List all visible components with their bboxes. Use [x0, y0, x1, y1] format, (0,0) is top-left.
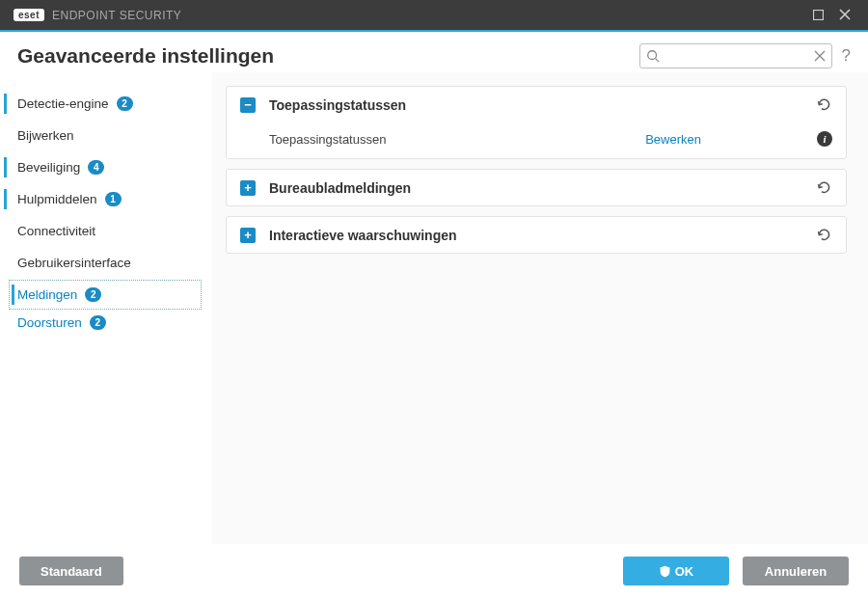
- panel-title: Interactieve waarschuwingen: [269, 228, 816, 243]
- panel-title: Toepassingstatussen: [269, 97, 816, 113]
- svg-point-1: [647, 51, 656, 60]
- sidebar-subitem-6-0[interactable]: Doorsturen2: [0, 311, 212, 335]
- footer: Standaard OK Annuleren: [0, 544, 868, 598]
- ok-button[interactable]: OK: [623, 557, 729, 585]
- expand-icon[interactable]: +: [240, 180, 256, 196]
- search-icon: [646, 49, 660, 63]
- titlebar: eset ENDPOINT SECURITY: [0, 0, 868, 30]
- panel-header[interactable]: +Interactieve waarschuwingen: [227, 217, 846, 253]
- sidebar-item-label: Detectie-engine: [17, 96, 109, 111]
- sidebar-item-1[interactable]: Bijwerken: [0, 120, 212, 151]
- sidebar-item-label: Gebruikersinterface: [17, 256, 131, 270]
- edit-link[interactable]: Bewerken: [645, 132, 701, 147]
- svg-rect-0: [813, 10, 823, 19]
- content-area: −ToepassingstatussenToepassingstatussenB…: [212, 72, 868, 544]
- sidebar-item-label: Beveiliging: [17, 160, 80, 175]
- sidebar-item-label: Doorsturen: [17, 315, 82, 330]
- expand-icon[interactable]: +: [240, 228, 256, 243]
- sidebar-item-label: Connectiviteit: [17, 224, 95, 238]
- sidebar-item-label: Hulpmiddelen: [17, 192, 97, 206]
- help-icon[interactable]: ?: [842, 46, 851, 66]
- search-input[interactable]: [660, 49, 814, 63]
- badge: 2: [117, 96, 133, 111]
- panel-1: +Bureaubladmeldingen: [226, 169, 847, 206]
- row-label: Toepassingstatussen: [269, 132, 645, 147]
- svg-line-2: [655, 59, 659, 63]
- shield-icon: [659, 565, 671, 578]
- badge: 1: [105, 192, 122, 206]
- search-box[interactable]: [639, 43, 832, 68]
- collapse-icon[interactable]: −: [240, 97, 256, 113]
- default-button[interactable]: Standaard: [19, 557, 123, 585]
- sidebar-item-0[interactable]: Detectie-engine2: [0, 88, 212, 120]
- undo-icon[interactable]: [816, 227, 832, 243]
- badge: 2: [85, 287, 101, 302]
- badge: 4: [88, 160, 104, 175]
- sidebar-item-3[interactable]: Hulpmiddelen1: [0, 183, 212, 215]
- panel-row: ToepassingstatussenBewerkeni: [227, 122, 846, 158]
- close-icon[interactable]: [831, 8, 858, 23]
- sidebar: Detectie-engine2BijwerkenBeveiliging4Hul…: [0, 72, 212, 544]
- info-icon[interactable]: i: [817, 131, 832, 147]
- sidebar-item-6[interactable]: Meldingen2: [8, 279, 203, 311]
- sidebar-item-2[interactable]: Beveiliging4: [0, 151, 212, 183]
- panel-0: −ToepassingstatussenToepassingstatussenB…: [226, 86, 847, 159]
- page-title: Geavanceerde instellingen: [17, 44, 639, 68]
- undo-icon[interactable]: [816, 96, 832, 113]
- panel-title: Bureaubladmeldingen: [269, 180, 816, 196]
- badge: 2: [90, 315, 106, 330]
- brand-logo: eset: [14, 9, 44, 21]
- clear-icon[interactable]: [814, 50, 826, 62]
- panel-header[interactable]: −Toepassingstatussen: [227, 87, 846, 122]
- topbar: Geavanceerde instellingen ?: [0, 32, 868, 72]
- maximize-icon[interactable]: [804, 8, 831, 23]
- sidebar-item-label: Bijwerken: [17, 128, 74, 143]
- sidebar-item-4[interactable]: Connectiviteit: [0, 215, 212, 247]
- product-name: ENDPOINT SECURITY: [52, 9, 181, 22]
- sidebar-item-label: Meldingen: [17, 287, 77, 302]
- undo-icon[interactable]: [816, 179, 832, 196]
- cancel-button[interactable]: Annuleren: [743, 557, 849, 585]
- panel-2: +Interactieve waarschuwingen: [226, 216, 847, 254]
- sidebar-item-5[interactable]: Gebruikersinterface: [0, 247, 212, 279]
- panel-header[interactable]: +Bureaubladmeldingen: [227, 170, 846, 205]
